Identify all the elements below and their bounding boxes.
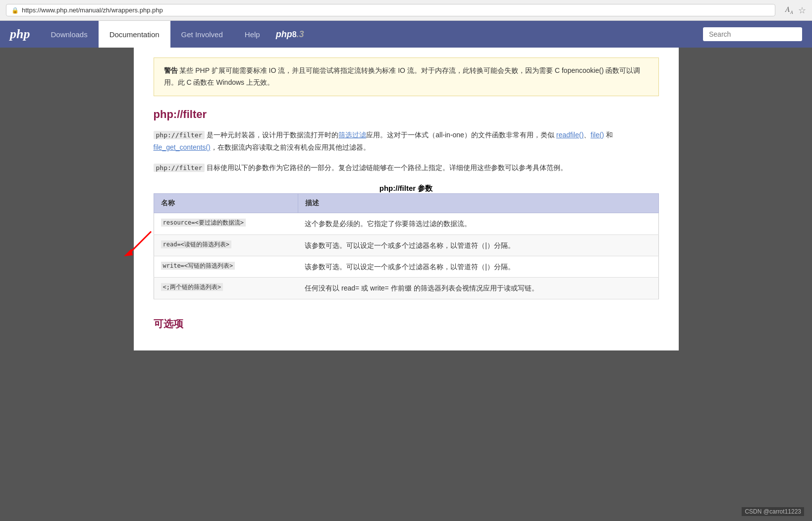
warning-label: 警告 [164,66,178,74]
col-header-desc: 描述 [298,194,658,213]
url-text: https://www.php.net/manual/zh/wrappers.p… [22,6,163,14]
para1-link3[interactable]: file() [591,131,604,139]
table-row: resource=<要过滤的数据流> 这个参数是必须的。它指定了你要筛选过滤的数… [154,213,658,234]
content-inner: 警告 某些 PHP 扩展可能需要标准 IO 流，并且可能尝试将指定流转换为标准 … [134,48,679,350]
csdn-watermark: CSDN @carrot11223 [742,507,804,516]
param-name-cell: write=<写链的筛选列表> [154,256,298,277]
nav-search[interactable] [703,21,802,48]
para1-link4[interactable]: file_get_contents() [154,143,211,151]
bookmark-icon[interactable]: ☆ [798,5,806,16]
optional-heading: 可选项 [154,317,659,331]
browser-icons: 𝐴𝐴 ☆ [785,5,806,16]
nav-item-get-involved[interactable]: Get Involved [170,21,234,48]
param-name-cell: <;两个链的筛选列表> [154,278,298,299]
param-name-cell: resource=<要过滤的数据流> [154,213,298,234]
para1-code: php://filter [154,131,205,139]
warning-box: 警告 某些 PHP 扩展可能需要标准 IO 流，并且可能尝试将指定流转换为标准 … [154,58,659,96]
para1-link1[interactable]: 筛选过滤 [338,131,366,139]
para1-text3: ，在数据流内容读取之前没有机会应用其他过滤器。 [211,143,370,151]
col-header-name: 名称 [154,194,298,213]
url-bar[interactable]: 🔒 https://www.php.net/manual/zh/wrappers… [6,4,775,16]
para2: php://filter 目标使用以下的参数作为它路径的一部分。复合过滤链能够在… [154,162,659,174]
php-version: php8.3 [276,21,304,48]
warning-text: 某些 PHP 扩展可能需要标准 IO 流，并且可能尝试将指定流转换为标准 IO … [164,66,641,86]
para1-text2: 应用。这对于一体式（all-in-one）的文件函数非常有用，类似 [366,131,556,139]
table-row: <;两个链的筛选列表> 任何没有以 read= 或 write= 作前缀 的筛选… [154,278,658,299]
red-arrow-annotation [124,227,154,266]
nav-item-documentation[interactable]: Documentation [99,21,170,48]
lock-icon: 🔒 [11,7,19,14]
annotation-area: 名称 描述 resource=<要过滤的数据流> 这个参数是必须的。它指定了你要… [154,193,659,299]
nav-item-downloads[interactable]: Downloads [40,21,98,48]
svg-marker-1 [124,249,133,256]
font-size-icon: 𝐴𝐴 [785,5,793,16]
browser-chrome: 🔒 https://www.php.net/manual/zh/wrappers… [0,0,812,21]
para1-text1: 是一种元封装器，设计用于数据流打开时的 [205,131,338,139]
table-header-row: 名称 描述 [154,194,658,213]
params-table: 名称 描述 resource=<要过滤的数据流> 这个参数是必须的。它指定了你要… [154,193,659,299]
table-title: php://filter 参数 [154,184,659,193]
para1-link2[interactable]: readfile() [556,131,584,139]
search-input[interactable] [703,27,802,41]
table-row: read=<读链的筛选列表> 该参数可选。可以设定一个或多个过滤器名称，以管道符… [154,234,658,256]
svg-line-0 [129,232,151,254]
nav-item-help[interactable]: Help [234,21,271,48]
php-logo[interactable]: php [10,21,30,48]
para2-text: 目标使用以下的参数作为它路径的一部分。复合过滤链能够在一个路径上指定。详细使用这… [205,164,567,172]
para1-sep2: 和 [604,131,613,139]
param-desc-cell: 这个参数是必须的。它指定了你要筛选过滤的数据流。 [298,213,658,234]
param-name-cell: read=<读链的筛选列表> [154,234,298,256]
param-desc-cell: 任何没有以 read= 或 write= 作前缀 的筛选器列表会视情况应用于读或… [298,278,658,299]
para2-code: php://filter [154,164,205,172]
param-desc-cell: 该参数可选。可以设定一个或多个过滤器名称，以管道符（|）分隔。 [298,234,658,256]
nav-items: Downloads Documentation Get Involved Hel… [40,21,703,48]
param-desc-cell: 该参数可选。可以设定一个或多个过滤器名称，以管道符（|）分隔。 [298,256,658,277]
section-heading: php://filter [154,108,659,121]
para1: php://filter 是一种元封装器，设计用于数据流打开时的筛选过滤应用。这… [154,129,659,154]
table-row: write=<写链的筛选列表> 该参数可选。可以设定一个或多个过滤器名称，以管道… [154,256,658,277]
php-navigation: php Downloads Documentation Get Involved… [0,21,812,48]
content-wrapper: 警告 某些 PHP 扩展可能需要标准 IO 流，并且可能尝试将指定流转换为标准 … [0,48,812,521]
para1-sep1: 、 [584,131,591,139]
